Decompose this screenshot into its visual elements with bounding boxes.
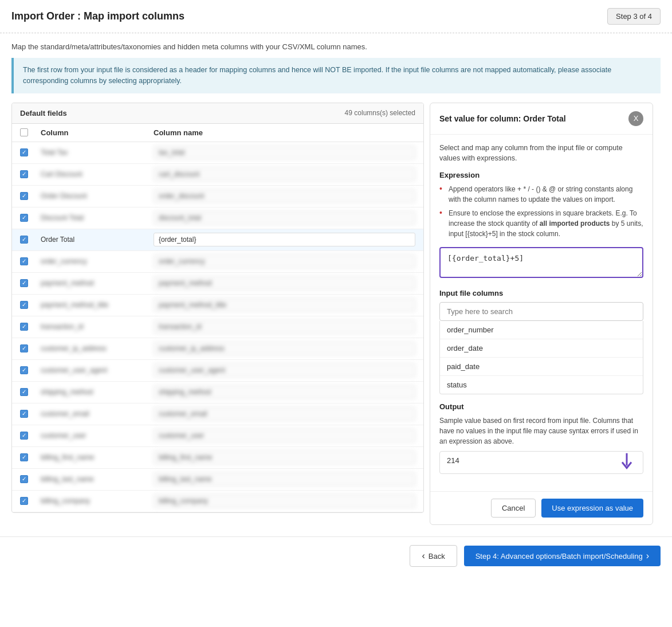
row-column-name: customer_ip_address: [41, 344, 147, 352]
row-checkbox[interactable]: [20, 366, 28, 374]
row-checkbox[interactable]: [20, 344, 28, 352]
row-value-input[interactable]: [154, 429, 415, 442]
expression-bullets: Append operators like + * / - () & @ or …: [439, 184, 643, 239]
expression-input[interactable]: [{order_total}+5]: [439, 247, 643, 278]
cancel-button[interactable]: Cancel: [491, 499, 536, 518]
input-file-section: Input file columns order_numberorder_dat…: [439, 289, 643, 394]
page-description: Map the standard/meta/attributes/taxonom…: [0, 33, 672, 58]
page-header: Import Order : Map import columns Step 3…: [0, 0, 672, 33]
blurred-column-name: payment_method: [41, 279, 94, 287]
row-column-value: [154, 146, 415, 159]
left-panel: Default fields 49 columns(s) selected Co…: [11, 103, 424, 513]
row-column-name: payment_method_title: [41, 301, 147, 309]
default-fields-header: Default fields 49 columns(s) selected: [12, 103, 423, 124]
row-checkbox-cell: [20, 192, 34, 200]
row-column-value: [154, 494, 415, 508]
row-column-value: [154, 472, 415, 486]
table-row: Order Discount: [12, 186, 423, 207]
row-checkbox-cell: [20, 214, 34, 222]
row-value-input[interactable]: [154, 407, 415, 421]
next-button[interactable]: Step 4: Advanced options/Batch import/Sc…: [464, 546, 661, 566]
row-column-name: shipping_method: [41, 388, 147, 396]
dropdown-item[interactable]: order_date: [440, 339, 643, 358]
row-column-name: customer_user_agent: [41, 366, 147, 374]
row-checkbox[interactable]: [20, 170, 28, 178]
row-column-value: [154, 233, 415, 246]
row-value-input[interactable]: [154, 320, 415, 334]
table-rows-container: Total TaxCart DiscountOrder DiscountDisc…: [12, 142, 423, 512]
dropdown-item[interactable]: status: [440, 376, 643, 394]
back-chevron-icon: [422, 551, 425, 561]
set-value-panel: Set value for column: Order Total X Sele…: [430, 103, 653, 526]
row-value-input[interactable]: [154, 342, 415, 355]
blurred-column-name: customer_ip_address: [41, 344, 107, 352]
row-value-input[interactable]: [154, 363, 415, 377]
row-checkbox[interactable]: [20, 497, 28, 505]
row-checkbox[interactable]: [20, 257, 28, 265]
row-checkbox[interactable]: [20, 214, 28, 222]
row-value-input[interactable]: [154, 233, 415, 246]
row-column-value: [154, 298, 415, 312]
row-column-name: Order Discount: [41, 192, 147, 200]
page-title: Import Order : Map import columns: [11, 10, 184, 22]
table-row: payment_method_title: [12, 295, 423, 316]
row-checkbox[interactable]: [20, 453, 28, 461]
row-checkbox[interactable]: [20, 475, 28, 483]
search-input[interactable]: [439, 302, 643, 321]
blurred-column-name: payment_method_title: [41, 301, 108, 309]
row-column-name: Order Total: [41, 236, 147, 244]
row-checkbox-cell: [20, 475, 34, 483]
dropdown-item[interactable]: paid_date: [440, 358, 643, 376]
row-checkbox[interactable]: [20, 192, 28, 200]
row-column-value: [154, 429, 415, 442]
row-value-input[interactable]: [154, 276, 415, 290]
row-value-input[interactable]: [154, 189, 415, 203]
dropdown-item[interactable]: order_number: [440, 321, 643, 339]
table-row: Total Tax: [12, 142, 423, 164]
row-checkbox[interactable]: [20, 301, 28, 309]
row-value-input[interactable]: [154, 472, 415, 486]
row-checkbox[interactable]: [20, 432, 28, 440]
row-checkbox-cell: [20, 344, 34, 352]
panel-actions: Cancel Use expression as value: [430, 491, 653, 524]
bullet2-bold: all imported products: [540, 220, 610, 228]
row-checkbox[interactable]: [20, 410, 28, 418]
row-value-input[interactable]: [154, 450, 415, 464]
step-badge: Step 3 of 4: [607, 8, 661, 25]
row-checkbox-cell: [20, 301, 34, 309]
row-value-input[interactable]: [154, 494, 415, 508]
row-checkbox[interactable]: [20, 236, 28, 244]
table-row: Cart Discount: [12, 164, 423, 186]
blurred-column-name: billing_first_name: [41, 453, 94, 461]
table-row: billing_company: [12, 491, 423, 512]
row-checkbox-cell: [20, 432, 34, 440]
back-button[interactable]: Back: [410, 545, 457, 567]
row-checkbox-cell: [20, 148, 34, 156]
header-colname-label: Column name: [154, 128, 415, 137]
row-value-input[interactable]: [154, 211, 415, 225]
use-expression-button[interactable]: Use expression as value: [541, 499, 643, 518]
row-column-value: [154, 320, 415, 334]
panel-title: Set value for column: Order Total: [439, 114, 566, 123]
row-value-input[interactable]: [154, 298, 415, 312]
row-column-name: billing_company: [41, 497, 147, 505]
row-checkbox-cell: [20, 170, 34, 178]
panel-description: Select and map any column from the input…: [439, 143, 643, 164]
panel-close-button[interactable]: X: [628, 111, 643, 126]
header-checkbox-cell: [20, 128, 34, 136]
row-value-input[interactable]: [154, 254, 415, 268]
table-row: billing_first_name: [12, 447, 423, 469]
row-value-input[interactable]: [154, 385, 415, 399]
table-row: order_currency: [12, 251, 423, 273]
table-row: transaction_id: [12, 316, 423, 338]
row-value-input[interactable]: [154, 167, 415, 181]
bullet-1: Append operators like + * / - () & @ or …: [439, 184, 643, 205]
row-value-input[interactable]: [154, 146, 415, 159]
header-checkbox[interactable]: [20, 128, 28, 136]
panel-header: Set value for column: Order Total X: [430, 103, 653, 135]
dropdown-list: order_numberorder_datepaid_datestatus: [439, 321, 643, 394]
row-checkbox[interactable]: [20, 323, 28, 331]
row-checkbox[interactable]: [20, 388, 28, 396]
row-checkbox[interactable]: [20, 148, 28, 156]
row-checkbox[interactable]: [20, 279, 28, 287]
